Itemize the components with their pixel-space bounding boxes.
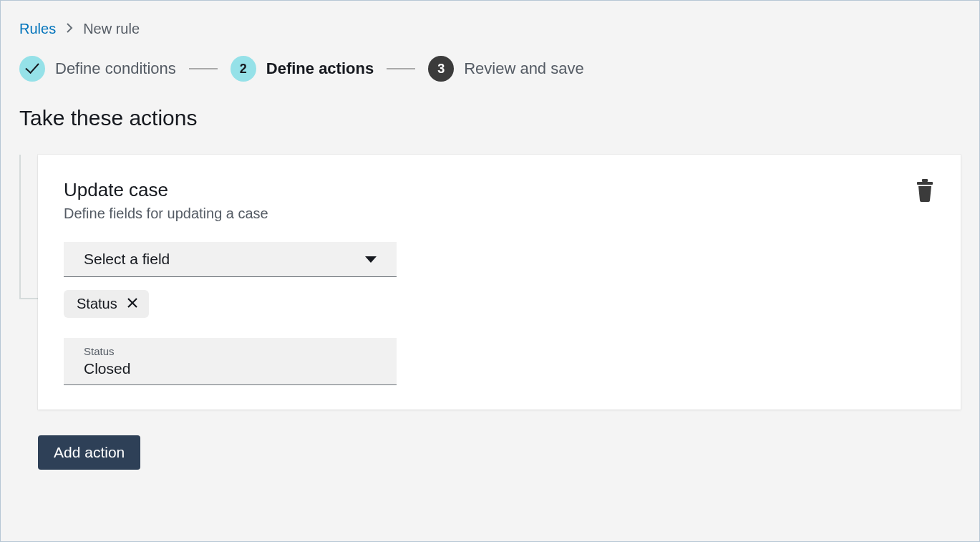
breadcrumb: Rules New rule (19, 21, 961, 37)
trash-icon[interactable] (915, 179, 935, 205)
action-card-update-case: Update case Define fields for updating a… (38, 155, 961, 410)
action-card-row: Update case Define fields for updating a… (19, 155, 961, 410)
page-root: Rules New rule Define conditions 2 Defin… (0, 0, 980, 542)
step-connector (189, 68, 218, 69)
step-indicator: Define conditions 2 Define actions 3 Rev… (19, 56, 961, 82)
field-select[interactable]: Select a field (64, 242, 397, 277)
step-label: Review and save (464, 59, 584, 78)
step-define-actions[interactable]: 2 Define actions (231, 56, 374, 82)
step-check-icon (19, 56, 45, 82)
card-subtitle: Define fields for updating a case (64, 205, 268, 222)
card-title: Update case (64, 179, 268, 201)
step-number: 3 (428, 56, 454, 82)
breadcrumb-link-rules[interactable]: Rules (19, 21, 56, 37)
add-action-button[interactable]: Add action (38, 435, 140, 470)
breadcrumb-current: New rule (83, 21, 140, 37)
step-label: Define actions (266, 59, 374, 78)
svg-rect-0 (917, 182, 933, 185)
card-connector (19, 155, 38, 410)
step-review-and-save[interactable]: 3 Review and save (428, 56, 584, 82)
chip-status: Status (64, 290, 149, 318)
breadcrumb-separator-icon (66, 23, 73, 36)
status-select-label: Status (84, 345, 130, 357)
caret-down-icon (365, 256, 377, 263)
svg-rect-1 (922, 179, 928, 182)
step-number: 2 (231, 56, 256, 82)
status-select-value: Closed (84, 360, 130, 377)
step-label: Define conditions (55, 59, 176, 78)
chip-label: Status (77, 296, 117, 312)
step-define-conditions[interactable]: Define conditions (19, 56, 176, 82)
section-heading: Take these actions (19, 106, 961, 130)
field-select-placeholder: Select a field (84, 251, 170, 268)
step-connector (387, 68, 415, 69)
status-select[interactable]: Status Closed (64, 338, 397, 385)
close-icon[interactable] (126, 296, 139, 312)
